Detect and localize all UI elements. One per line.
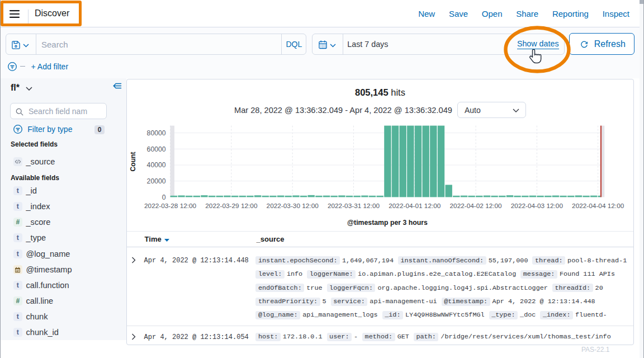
svg-text:2022-03-29 12:00: 2022-03-29 12:00 — [205, 202, 258, 210]
svg-text:60000: 60000 — [147, 145, 166, 153]
svg-text:20000: 20000 — [147, 177, 166, 185]
svg-text:2022-03-30 12:00: 2022-03-30 12:00 — [267, 202, 319, 210]
svg-text:2022-04-03 12:00: 2022-04-03 12:00 — [511, 202, 564, 210]
svg-text:0: 0 — [162, 194, 166, 201]
svg-text:2022-03-31 12:00: 2022-03-31 12:00 — [328, 202, 380, 210]
svg-text:2022-04-01 12:00: 2022-04-01 12:00 — [389, 202, 441, 210]
svg-text:40000: 40000 — [147, 161, 166, 169]
svg-text:2022-04-04 12:00: 2022-04-04 12:00 — [572, 202, 624, 210]
svg-text:@timestamp per 3 hours: @timestamp per 3 hours — [347, 219, 428, 227]
svg-text:2022-04-02 12:00: 2022-04-02 12:00 — [450, 202, 503, 210]
svg-text:80000: 80000 — [147, 129, 166, 137]
svg-text:2022-03-28 12:00: 2022-03-28 12:00 — [144, 202, 197, 210]
